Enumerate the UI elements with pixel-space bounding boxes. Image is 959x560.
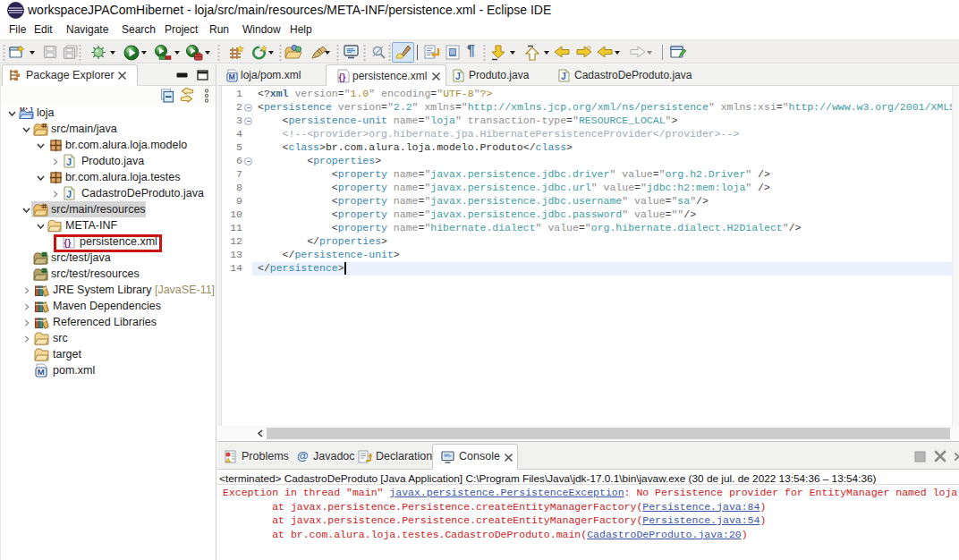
svg-text:M: M (229, 72, 235, 81)
svg-text:J: J (561, 71, 566, 81)
svg-text:J: J (455, 71, 461, 81)
svg-text:{}: {} (339, 72, 346, 82)
svg-text:J: J (66, 157, 72, 167)
svg-text:J: J (66, 189, 72, 199)
svg-text:M: M (38, 367, 45, 377)
